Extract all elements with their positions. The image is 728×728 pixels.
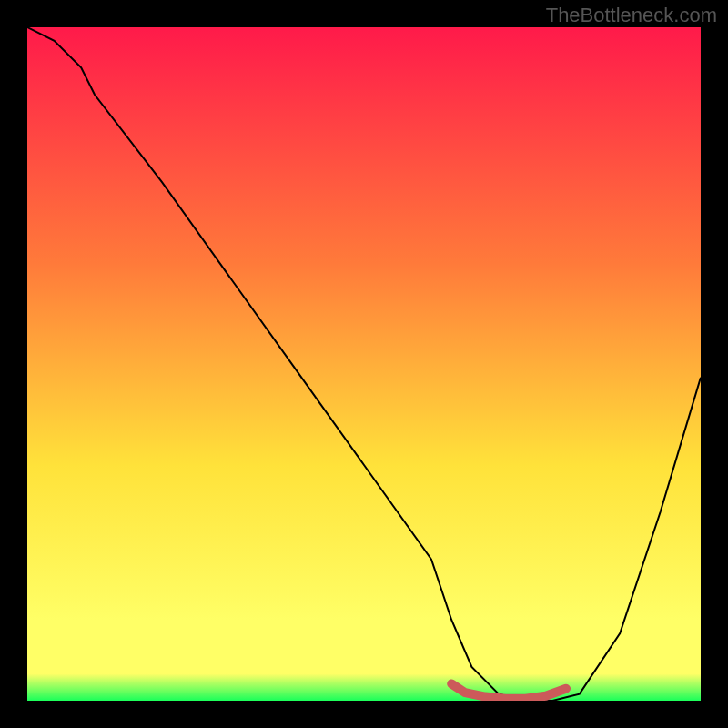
attribution-text: TheBottleneck.com: [546, 4, 717, 27]
bottleneck-chart: [27, 27, 701, 701]
gradient-background: [27, 27, 701, 701]
chart-svg: [27, 27, 701, 701]
